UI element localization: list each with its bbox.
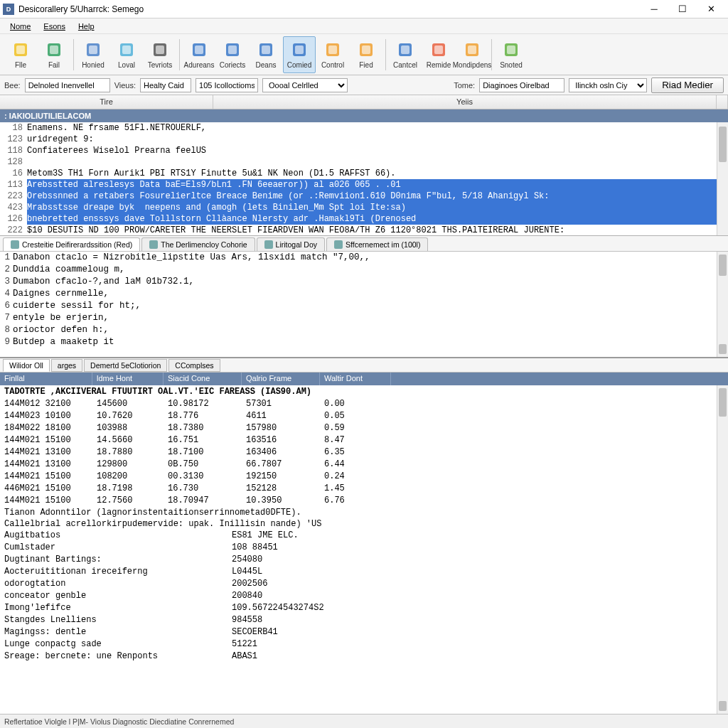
- snoted-label: Snoted: [500, 61, 523, 69]
- bottom-scrollbar[interactable]: [717, 385, 728, 714]
- code-line[interactable]: bnebretted ensssys dave Tolllstorn Cllàa…: [27, 213, 717, 225]
- btab-demertd[interactable]: Demertd 5eClotiorion: [84, 359, 167, 372]
- kv-row: Cumlstader108 88451: [0, 542, 717, 554]
- data-col-1[interactable]: ldme Hont: [92, 373, 164, 385]
- toolbar-remide-button[interactable]: Remide: [422, 36, 455, 73]
- toolbar-fail-button[interactable]: Fail: [38, 36, 70, 73]
- mid-line[interactable]: Daignes cernmelle,: [13, 288, 717, 300]
- close-button[interactable]: ✕: [697, 1, 725, 18]
- toolbar-corrects-button[interactable]: Coriects: [216, 36, 249, 73]
- table-row[interactable]: 144M021 131001298000B.75066.78076.44: [0, 459, 717, 471]
- raid-medier-button[interactable]: Riad Medier: [651, 77, 724, 93]
- svg-rect-21: [362, 46, 370, 54]
- menu-help[interactable]: Help: [73, 21, 100, 32]
- kv-row: AugitbatiosES81 JME ELC.: [0, 530, 717, 542]
- loval-label: Loval: [118, 61, 135, 69]
- code-line[interactable]: Enamens. NE frsame 51Fl.NETROUERLF,: [27, 122, 717, 134]
- toolbar-snoted-button[interactable]: Snoted: [495, 36, 528, 73]
- menu-nome[interactable]: Nome: [4, 21, 36, 32]
- fail-label: Fail: [48, 61, 60, 69]
- code-line[interactable]: $10 DESUTIS ND 100 PROW/CARETER THE NEER…: [27, 225, 717, 235]
- top-code-lines[interactable]: Enamens. NE frsame 51Fl.NETROUERLF,uridr…: [27, 122, 717, 235]
- top-code-area[interactable]: 1812311812816113223423126222229 Enamens.…: [0, 122, 728, 235]
- toolbar-control-button[interactable]: Control: [316, 36, 349, 73]
- toolbar-deans-button[interactable]: Deans: [250, 36, 282, 73]
- toolbar-cantcel-button[interactable]: Cantcel: [389, 36, 422, 73]
- mid-line[interactable]: orioctor defen h:,: [13, 324, 717, 336]
- mid-line[interactable]: entyle be erjerin,: [13, 312, 717, 324]
- table-row[interactable]: 144M012 3210014560010.98172573010.00: [0, 398, 717, 410]
- tome-input[interactable]: [479, 78, 564, 92]
- toolbar-file-button[interactable]: Flle: [4, 36, 37, 73]
- code-line[interactable]: Confiaterees Wiselol Prearna feelUS: [27, 145, 717, 156]
- code-line[interactable]: Arebsstted alreslesys Data baE=Els9/bLn1…: [27, 179, 717, 191]
- mid-scrollbar[interactable]: [717, 252, 728, 357]
- toolbar-tevnots-button[interactable]: Tevriots: [144, 36, 176, 73]
- svg-rect-3: [50, 46, 58, 54]
- table-row[interactable]: 184M022 1810010398818.73801579800.59: [0, 422, 717, 434]
- table-row[interactable]: 144M021 1510014.566016.7511635168.47: [0, 434, 717, 446]
- code-line[interactable]: [27, 156, 717, 168]
- code-line[interactable]: Orebssnned a retabers Fosurelierltce Bre…: [27, 191, 717, 202]
- minimize-button[interactable]: ─: [640, 1, 668, 18]
- be-input[interactable]: [25, 78, 110, 92]
- mid-line[interactable]: Dumabon cfaclo-?,and laM 01b732.1,: [13, 276, 717, 288]
- toolbar-mondipdens-button[interactable]: Mondipdens: [456, 36, 488, 73]
- count-input[interactable]: [196, 78, 258, 92]
- top-columns-header: Tire Yeiis: [0, 95, 728, 109]
- code-line[interactable]: Metom3S TH1 Forn Aurik1 PBI RTS1Y Finutt…: [27, 168, 717, 179]
- create-tab-icon: [11, 240, 19, 249]
- code-line[interactable]: uridregent 9:: [27, 134, 717, 145]
- cantcel-label: Cantcel: [393, 61, 417, 69]
- mid-line[interactable]: Dunddia coammeloug m,: [13, 264, 717, 276]
- rinch-select[interactable]: Ilinckh osln Ciy: [569, 78, 647, 92]
- btab-arges[interactable]: arges: [51, 359, 82, 372]
- data-col-3[interactable]: Qalrio Frame: [242, 373, 320, 385]
- code-line[interactable]: Mrabsstsse dreape byk neepens and (amogh…: [27, 202, 717, 213]
- toolbar-separator: [491, 39, 492, 70]
- top-scrollbar[interactable]: [717, 122, 728, 235]
- mid-body[interactable]: 12346789 Danabon ctaclo = Nizrobitle_lip…: [0, 252, 728, 357]
- tab-stien[interactable]: Sffcernemect im (100l): [326, 237, 428, 251]
- mid-line[interactable]: Butdep a maaketp it: [13, 336, 717, 348]
- table-row[interactable]: 144M021 1510012.756018.7094710.39506.76: [0, 495, 717, 507]
- mid-lines[interactable]: Danabon ctaclo = Nizrobitle_lipstite Uas…: [13, 252, 717, 357]
- menubar: Nome Esons Help: [0, 18, 728, 34]
- toolbar-comed-button[interactable]: Comied: [283, 36, 316, 73]
- top-gutter: 1812311812816113223423126222229: [0, 122, 27, 235]
- data-col-2[interactable]: Siacid Cone: [164, 373, 242, 385]
- menu-esons[interactable]: Esons: [38, 21, 71, 32]
- toolbar-honted-button[interactable]: Honied: [77, 36, 109, 73]
- tab-litogal[interactable]: Liritogal Doy: [257, 237, 325, 251]
- col-yeis[interactable]: Yeiis: [213, 95, 717, 109]
- data-body[interactable]: TADOTRTE ,AKCIIVERAL FTUUTIRT OAL.VT.'EI…: [0, 385, 728, 714]
- views-input[interactable]: [140, 78, 191, 92]
- views-label: Vieus:: [114, 81, 136, 90]
- derim-tab-icon: [149, 240, 158, 249]
- toolbar-loval-button[interactable]: Loval: [110, 36, 143, 73]
- tab-create[interactable]: Cresteitie Deifirerardssition (Red): [3, 237, 140, 251]
- data-col-4[interactable]: Waltir Dont: [320, 373, 391, 385]
- select-dropdown[interactable]: Oooal Celrlled: [262, 78, 348, 92]
- col-tire[interactable]: Tire: [0, 95, 213, 109]
- mid-line[interactable]: Danabon ctaclo = Nizrobitle_lipstite Uas…: [13, 252, 717, 264]
- maximize-button[interactable]: ☐: [668, 1, 697, 18]
- toolbar-adureans-button[interactable]: Adureans: [183, 36, 215, 73]
- statusbar: Reflertatioe Violgle l P|M- Violus Diagn…: [0, 714, 728, 728]
- svg-rect-1: [16, 46, 25, 54]
- table-row[interactable]: 144M021 1510010820000.31301921500.24: [0, 471, 717, 483]
- file-label: Flle: [15, 61, 26, 69]
- tab-derim[interactable]: The Derlimencloy Cohorie: [141, 237, 255, 251]
- table-row[interactable]: 446M021 1510018.719816.7301521281.45: [0, 483, 717, 495]
- kv-row: Magingss: dentleSECOERB41: [0, 626, 717, 638]
- table-row[interactable]: 144M023 1010010.762018.77646110.05: [0, 410, 717, 422]
- btab-ccomplss[interactable]: CComplses: [168, 359, 220, 372]
- table-row[interactable]: 144M021 1310018.788018.71001634066.35: [0, 446, 717, 459]
- mid-line[interactable]: cuiderte sessil for ht;,: [13, 300, 717, 312]
- btab-wilidor[interactable]: Wilidor Oll: [3, 359, 50, 372]
- data-col-0[interactable]: Finllal: [0, 373, 92, 385]
- kv-row: Aocteruititionan ireceiferngL0445L: [0, 566, 717, 578]
- app-icon: D: [3, 4, 14, 15]
- toolbar-fied-button[interactable]: Fied: [350, 36, 382, 73]
- svg-rect-5: [89, 46, 97, 54]
